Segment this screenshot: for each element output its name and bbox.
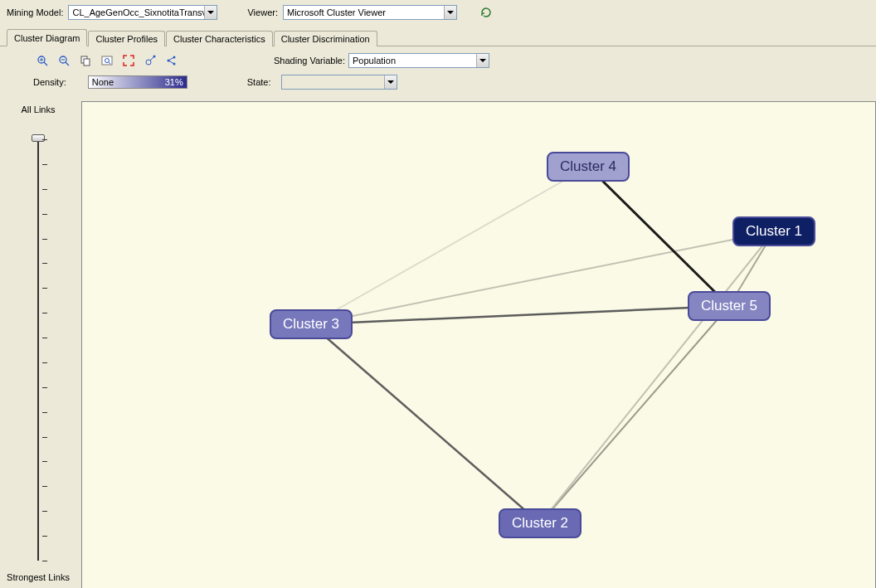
cluster-node-c4[interactable]: Cluster 4: [547, 152, 630, 182]
svg-point-14: [153, 56, 156, 58]
chevron-down-icon[interactable]: [204, 6, 217, 19]
viewer-label: Viewer:: [247, 7, 277, 17]
cluster-node-c5[interactable]: Cluster 5: [688, 291, 771, 321]
cluster-link: [311, 306, 729, 324]
svg-rect-8: [84, 59, 90, 66]
chevron-down-icon[interactable]: [444, 6, 456, 19]
refresh-icon[interactable]: [477, 3, 495, 22]
fit-icon[interactable]: [119, 51, 138, 70]
zoom-in-icon[interactable]: [33, 51, 51, 70]
chevron-down-icon[interactable]: [384, 75, 397, 89]
mining-model-select[interactable]: CL_AgeGenOcc_SixnotitaTransva: [68, 5, 217, 20]
link-strength-slider-pane: All Links Strongest Links: [0, 96, 76, 588]
state-label: State:: [247, 77, 271, 87]
shading-variable-select[interactable]: Population: [348, 53, 489, 68]
locate-icon[interactable]: [141, 51, 159, 70]
tab-cluster-discrimination[interactable]: Cluster Discrimination: [274, 31, 377, 46]
cluster-node-c3[interactable]: Cluster 3: [270, 309, 353, 339]
svg-line-1: [44, 62, 47, 66]
svg-line-5: [66, 62, 69, 66]
density-max: 31%: [165, 77, 183, 87]
slider-bottom-label: Strongest Links: [7, 572, 70, 582]
density-label: Density:: [33, 77, 66, 87]
shading-variable-value: Population: [349, 56, 476, 66]
viewer-value: Microsoft Cluster Viewer: [284, 7, 444, 17]
cluster-link: [540, 306, 729, 523]
slider-thumb[interactable]: [32, 134, 45, 142]
shading-variable-label: Shading Variable:: [274, 56, 345, 66]
zoom-out-icon[interactable]: [55, 51, 73, 70]
mining-model-value: CL_AgeGenOcc_SixnotitaTransva: [69, 7, 204, 17]
slider-top-label: All Links: [22, 104, 56, 114]
tab-cluster-profiles[interactable]: Cluster Profiles: [88, 31, 165, 46]
cluster-link: [588, 167, 729, 306]
density-min: None: [92, 77, 114, 87]
cluster-link: [311, 167, 588, 324]
link-strength-slider[interactable]: [37, 139, 39, 561]
find-icon[interactable]: [98, 51, 116, 70]
cluster-node-c1[interactable]: Cluster 1: [732, 216, 815, 246]
viewer-select[interactable]: Microsoft Cluster Viewer: [283, 5, 457, 20]
cluster-link: [311, 324, 540, 523]
cluster-node-c2[interactable]: Cluster 2: [499, 508, 582, 538]
copy-icon[interactable]: [76, 51, 95, 70]
chevron-down-icon[interactable]: [476, 54, 489, 67]
tabstrip: Cluster Diagram Cluster Profiles Cluster…: [0, 25, 876, 46]
cluster-links-layer: [82, 102, 875, 588]
tab-cluster-characteristics[interactable]: Cluster Characteristics: [166, 31, 273, 46]
cluster-diagram-canvas[interactable]: Cluster 4Cluster 1Cluster 5Cluster 3Clus…: [81, 101, 876, 588]
density-gradient: None 31%: [88, 75, 187, 89]
layout-icon[interactable]: [163, 51, 181, 70]
cluster-link: [540, 231, 774, 523]
mining-model-label: Mining Model:: [7, 7, 63, 17]
tab-cluster-diagram[interactable]: Cluster Diagram: [7, 29, 87, 46]
state-select[interactable]: [281, 75, 397, 90]
